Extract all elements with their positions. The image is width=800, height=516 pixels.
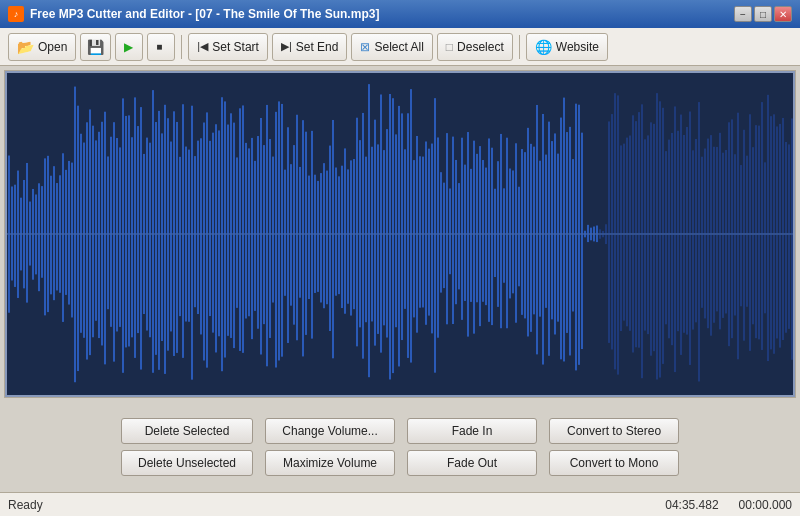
stop-button[interactable]: ■ bbox=[147, 33, 175, 61]
website-label: Website bbox=[556, 40, 599, 54]
globe-icon: 🌐 bbox=[535, 39, 552, 55]
delete-unselected-button[interactable]: Delete Unselected bbox=[121, 450, 253, 476]
select-all-button[interactable]: ⊠ Select All bbox=[351, 33, 432, 61]
play-icon: ▶ bbox=[124, 40, 133, 54]
selectall-icon: ⊠ bbox=[360, 40, 370, 54]
set-start-label: Set Start bbox=[212, 40, 259, 54]
separator-2 bbox=[519, 35, 520, 59]
waveform-container bbox=[4, 70, 796, 398]
maximize-volume-button[interactable]: Maximize Volume bbox=[265, 450, 395, 476]
folder-icon: 📂 bbox=[17, 39, 34, 55]
window-controls: − □ ✕ bbox=[734, 6, 792, 22]
play-button[interactable]: ▶ bbox=[115, 33, 143, 61]
app-icon: ♪ bbox=[8, 6, 24, 22]
open-button[interactable]: 📂 Open bbox=[8, 33, 76, 61]
fade-in-button[interactable]: Fade In bbox=[407, 418, 537, 444]
toolbar: 📂 Open 💾 ▶ ■ |◀ Set Start ▶| Set End ⊠ S… bbox=[0, 28, 800, 66]
restore-button[interactable]: □ bbox=[754, 6, 772, 22]
status-right: 04:35.482 00:00.000 bbox=[665, 498, 792, 512]
waveform-canvas bbox=[5, 71, 795, 397]
convert-to-stereo-button[interactable]: Convert to Stereo bbox=[549, 418, 679, 444]
save-button[interactable]: 💾 bbox=[80, 33, 111, 61]
stop-icon: ■ bbox=[156, 41, 162, 52]
website-button[interactable]: 🌐 Website bbox=[526, 33, 608, 61]
set-end-label: Set End bbox=[296, 40, 339, 54]
deselect-label: Deselect bbox=[457, 40, 504, 54]
select-all-label: Select All bbox=[374, 40, 423, 54]
col-fade: Fade In Fade Out bbox=[407, 418, 537, 476]
change-volume-button[interactable]: Change Volume... bbox=[265, 418, 395, 444]
minimize-button[interactable]: − bbox=[734, 6, 752, 22]
status-ready: Ready bbox=[8, 498, 43, 512]
setstart-icon: |◀ bbox=[197, 40, 208, 53]
deselect-button[interactable]: □ Deselect bbox=[437, 33, 513, 61]
status-duration: 04:35.482 bbox=[665, 498, 718, 512]
setend-icon: ▶| bbox=[281, 40, 292, 53]
deselect-icon: □ bbox=[446, 40, 453, 54]
set-end-button[interactable]: ▶| Set End bbox=[272, 33, 348, 61]
save-icon: 💾 bbox=[87, 39, 104, 55]
convert-to-mono-button[interactable]: Convert to Mono bbox=[549, 450, 679, 476]
close-button[interactable]: ✕ bbox=[774, 6, 792, 22]
separator-1 bbox=[181, 35, 182, 59]
status-bar: Ready 04:35.482 00:00.000 bbox=[0, 492, 800, 516]
window-title: Free MP3 Cutter and Editor - [07 - The S… bbox=[30, 7, 379, 21]
status-position: 00:00.000 bbox=[739, 498, 792, 512]
buttons-area: Delete Selected Delete Unselected Change… bbox=[0, 402, 800, 492]
delete-selected-button[interactable]: Delete Selected bbox=[121, 418, 253, 444]
col-volume: Change Volume... Maximize Volume bbox=[265, 418, 395, 476]
set-start-button[interactable]: |◀ Set Start bbox=[188, 33, 268, 61]
col-delete: Delete Selected Delete Unselected bbox=[121, 418, 253, 476]
col-convert: Convert to Stereo Convert to Mono bbox=[549, 418, 679, 476]
title-bar: ♪ Free MP3 Cutter and Editor - [07 - The… bbox=[0, 0, 800, 28]
fade-out-button[interactable]: Fade Out bbox=[407, 450, 537, 476]
open-label: Open bbox=[38, 40, 67, 54]
